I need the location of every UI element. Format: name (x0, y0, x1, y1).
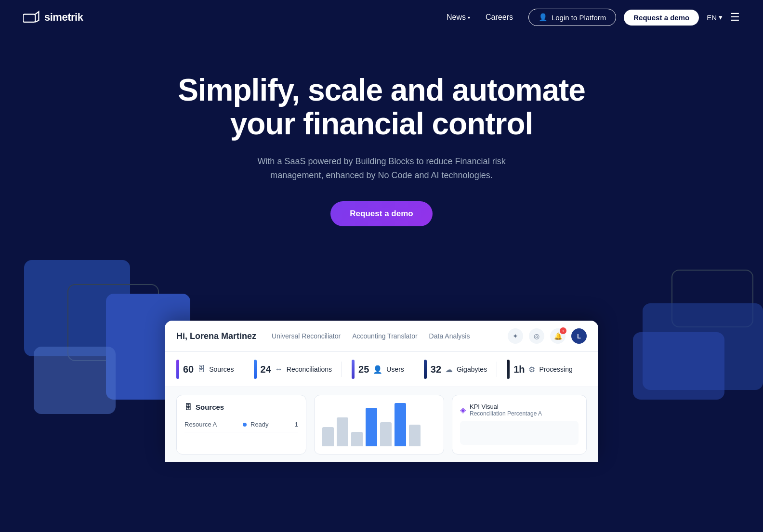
chart-bar-3 (351, 432, 363, 446)
bell-icon[interactable]: 🔔 1 (550, 328, 566, 344)
user-icon: 👤 (539, 13, 548, 22)
stat-number-sources: 60 (183, 364, 194, 375)
dash-nav-universal[interactable]: Universal Reconciliator (272, 332, 341, 340)
source-count: 1 (295, 421, 298, 428)
stat-users: 25 👤 Users (352, 360, 404, 379)
chart-panel (314, 395, 444, 454)
navbar: simetrik News ▾ Careers 👤 Login to Platf… (0, 0, 763, 35)
stat-separator-2 (342, 362, 342, 377)
stat-label-users: Users (386, 365, 404, 373)
notification-badge: 1 (560, 327, 566, 334)
decor-block-7 (633, 332, 724, 400)
sources-panel: 🗄 Sources Resource A Ready 1 (176, 395, 306, 454)
avatar[interactable]: L (571, 328, 587, 344)
stat-number-reconciliations: 24 (261, 364, 271, 375)
source-row: Resource A Ready 1 (184, 417, 298, 432)
bar-gray-4 (380, 422, 392, 446)
kpi-label: KPI Visual (470, 403, 542, 410)
bar-blue-1 (366, 408, 377, 446)
source-name: Resource A (184, 421, 217, 428)
status-indicator (243, 423, 247, 427)
dash-nav-data[interactable]: Data Analysis (429, 332, 470, 340)
bar-gray-3 (351, 432, 363, 446)
cloud-icon: ☁ (445, 365, 453, 374)
kpi-row: ◈ KPI Visual Reconciliation Percentage A (460, 403, 579, 417)
login-button[interactable]: 👤 Login to Platform (528, 9, 616, 26)
stat-label-sources: Sources (209, 365, 234, 373)
hero-section: Simplify, scale and automate your financ… (0, 35, 763, 246)
chevron-down-icon: ▾ (719, 13, 723, 22)
stats-row: 60 🗄 Sources 24 ↔ Reconciliations 25 👤 U… (165, 352, 598, 387)
dash-nav-accounting[interactable]: Accounting Translator (352, 332, 417, 340)
dashboard-nav: Universal Reconciliator Accounting Trans… (272, 332, 508, 340)
source-status: Ready (243, 421, 268, 428)
bar-gray-1 (322, 427, 334, 446)
stat-label-gigabytes: Gigabytes (457, 365, 487, 373)
request-demo-button[interactable]: Request a demo (624, 10, 699, 26)
kpi-text: KPI Visual Reconciliation Percentage A (470, 403, 542, 417)
nav-news[interactable]: News ▾ (447, 13, 470, 22)
stat-bar-reconciliations (254, 360, 257, 379)
stat-bar-gigabytes (424, 360, 427, 379)
chart-bar-1 (322, 427, 334, 446)
stat-sources: 60 🗄 Sources (176, 360, 234, 379)
stat-label-reconciliations: Reconciliations (287, 365, 332, 373)
dashboard-icons: ✦ ◎ 🔔 1 L (508, 328, 587, 344)
logo[interactable]: simetrik (23, 11, 83, 24)
stat-bar-sources (176, 360, 179, 379)
target-icon[interactable]: ◎ (529, 328, 544, 344)
svg-rect-0 (23, 14, 35, 22)
stat-processing: 1h ⚙ Processing (507, 360, 573, 379)
stat-number-users: 25 (358, 364, 369, 375)
kpi-sublabel: Reconciliation Percentage A (470, 410, 542, 417)
gear-icon: ⚙ (528, 365, 535, 374)
stat-separator (244, 362, 244, 377)
chart-bar-7 (409, 425, 421, 446)
decorative-area: Hi, Lorena Martinez Universal Reconcilia… (0, 255, 763, 457)
sources-panel-title: 🗄 Sources (184, 403, 298, 411)
chart-bar-2 (337, 417, 348, 446)
dashboard-card: Hi, Lorena Martinez Universal Reconcilia… (165, 321, 598, 462)
dashboard-greeting: Hi, Lorena Martinez (176, 331, 256, 341)
dashboard-header: Hi, Lorena Martinez Universal Reconcilia… (165, 321, 598, 352)
kpi-icon: ◈ (460, 405, 466, 415)
chart-bar-5 (380, 422, 392, 446)
hamburger-menu[interactable]: ☰ (730, 11, 740, 24)
chart-bar-6 (395, 403, 406, 446)
bar-gray-5 (409, 425, 421, 446)
stat-gigabytes: 32 ☁ Gigabytes (424, 360, 487, 379)
sources-icon: 🗄 (197, 365, 205, 374)
language-selector[interactable]: EN ▾ (707, 13, 723, 22)
stat-number-gigabytes: 32 (431, 364, 441, 375)
hero-subtitle: With a SaaS powered by Building Blocks t… (256, 155, 507, 182)
decor-block-4 (34, 347, 116, 414)
chart-bar-4 (366, 408, 377, 446)
hero-cta-button[interactable]: Request a demo (330, 201, 432, 226)
stat-separator-4 (497, 362, 497, 377)
users-icon: 👤 (373, 365, 382, 374)
stat-bar-users (352, 360, 355, 379)
nav-actions: 👤 Login to Platform Request a demo EN ▾ … (528, 9, 740, 26)
bar-blue-2 (395, 403, 406, 446)
kpi-visual-placeholder (460, 421, 579, 445)
stat-bar-processing (507, 360, 510, 379)
sparkle-icon[interactable]: ✦ (508, 328, 523, 344)
stat-label-processing: Processing (539, 365, 572, 373)
hero-title: Simplify, scale and automate your financ… (174, 73, 589, 141)
stat-separator-3 (414, 362, 414, 377)
stat-number-processing: 1h (513, 364, 525, 375)
database-icon: 🗄 (184, 403, 192, 411)
dashboard-content: 🗄 Sources Resource A Ready 1 (165, 387, 598, 462)
bar-gray-2 (337, 417, 348, 446)
nav-careers[interactable]: Careers (486, 13, 513, 22)
reconciliations-icon: ↔ (275, 365, 283, 374)
kpi-panel: ◈ KPI Visual Reconciliation Percentage A (452, 395, 587, 454)
chevron-down-icon: ▾ (468, 15, 470, 20)
nav-links: News ▾ Careers (447, 13, 513, 22)
brand-name: simetrik (44, 11, 83, 24)
stat-reconciliations: 24 ↔ Reconciliations (254, 360, 332, 379)
